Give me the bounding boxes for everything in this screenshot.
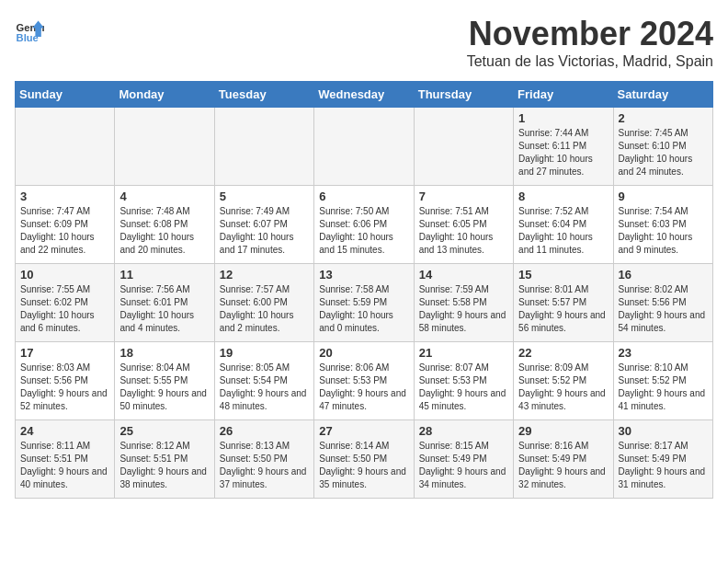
day-info: Sunrise: 8:17 AM Sunset: 5:49 PM Dayligh… [619,440,708,491]
calendar-cell: 4Sunrise: 7:48 AM Sunset: 6:08 PM Daylig… [115,186,214,264]
logo: General Blue [15,15,44,44]
calendar-cell [314,108,414,186]
calendar-cell [16,108,115,186]
day-number: 8 [518,190,608,203]
day-info: Sunrise: 8:06 AM Sunset: 5:53 PM Dayligh… [319,362,408,413]
day-number: 21 [419,346,508,360]
logo-icon: General Blue [15,15,44,44]
calendar-cell: 11Sunrise: 7:56 AM Sunset: 6:01 PM Dayli… [115,264,214,342]
calendar-cell: 18Sunrise: 8:04 AM Sunset: 5:55 PM Dayli… [115,342,214,420]
calendar-cell: 12Sunrise: 7:57 AM Sunset: 6:00 PM Dayli… [214,264,313,342]
day-number: 24 [20,424,109,438]
day-info: Sunrise: 8:04 AM Sunset: 5:55 PM Dayligh… [119,362,209,413]
day-info: Sunrise: 8:14 AM Sunset: 5:50 PM Dayligh… [319,440,408,491]
weekday-header-saturday: Saturday [613,82,712,108]
day-info: Sunrise: 8:13 AM Sunset: 5:50 PM Dayligh… [220,440,309,491]
day-info: Sunrise: 7:47 AM Sunset: 6:09 PM Dayligh… [20,205,109,257]
svg-text:Blue: Blue [17,32,39,43]
calendar-cell: 7Sunrise: 7:51 AM Sunset: 6:05 PM Daylig… [414,186,513,264]
calendar-cell: 22Sunrise: 8:09 AM Sunset: 5:52 PM Dayli… [514,342,613,420]
day-info: Sunrise: 8:01 AM Sunset: 5:57 PM Dayligh… [518,283,608,335]
day-number: 15 [518,268,608,282]
day-info: Sunrise: 8:02 AM Sunset: 5:56 PM Dayligh… [619,283,708,335]
calendar-cell: 15Sunrise: 8:01 AM Sunset: 5:57 PM Dayli… [514,264,613,342]
day-number: 9 [619,190,708,203]
day-number: 10 [20,268,109,282]
calendar-cell: 25Sunrise: 8:12 AM Sunset: 5:51 PM Dayli… [115,420,214,499]
calendar-cell: 5Sunrise: 7:49 AM Sunset: 6:07 PM Daylig… [214,186,313,264]
day-info: Sunrise: 7:45 AM Sunset: 6:10 PM Dayligh… [619,127,708,178]
calendar-cell: 14Sunrise: 7:59 AM Sunset: 5:58 PM Dayli… [414,264,513,342]
calendar-cell: 27Sunrise: 8:14 AM Sunset: 5:50 PM Dayli… [314,420,414,499]
day-number: 26 [220,424,309,438]
day-number: 22 [518,346,608,360]
calendar-cell: 20Sunrise: 8:06 AM Sunset: 5:53 PM Dayli… [314,342,414,420]
weekday-header-wednesday: Wednesday [314,82,414,108]
day-info: Sunrise: 7:58 AM Sunset: 5:59 PM Dayligh… [319,283,408,335]
day-info: Sunrise: 8:03 AM Sunset: 5:56 PM Dayligh… [20,362,109,413]
day-number: 6 [319,190,408,203]
weekday-header-thursday: Thursday [414,82,513,108]
calendar-cell: 16Sunrise: 8:02 AM Sunset: 5:56 PM Dayli… [613,264,712,342]
day-info: Sunrise: 7:54 AM Sunset: 6:03 PM Dayligh… [619,205,708,257]
calendar-cell: 13Sunrise: 7:58 AM Sunset: 5:59 PM Dayli… [314,264,414,342]
day-number: 16 [619,268,708,282]
day-number: 3 [20,190,109,203]
day-number: 20 [319,346,408,360]
day-info: Sunrise: 8:09 AM Sunset: 5:52 PM Dayligh… [518,362,608,413]
day-info: Sunrise: 7:49 AM Sunset: 6:07 PM Dayligh… [220,205,309,257]
weekday-header-sunday: Sunday [16,82,115,108]
calendar-cell: 26Sunrise: 8:13 AM Sunset: 5:50 PM Dayli… [214,420,313,499]
day-info: Sunrise: 8:15 AM Sunset: 5:49 PM Dayligh… [419,440,508,491]
day-info: Sunrise: 7:48 AM Sunset: 6:08 PM Dayligh… [119,205,209,257]
day-number: 1 [518,111,608,125]
day-info: Sunrise: 8:05 AM Sunset: 5:54 PM Dayligh… [220,362,309,413]
calendar-cell: 9Sunrise: 7:54 AM Sunset: 6:03 PM Daylig… [613,186,712,264]
day-info: Sunrise: 8:16 AM Sunset: 5:49 PM Dayligh… [518,440,608,491]
day-number: 19 [220,346,309,360]
day-info: Sunrise: 8:12 AM Sunset: 5:51 PM Dayligh… [119,440,209,491]
calendar-cell: 21Sunrise: 8:07 AM Sunset: 5:53 PM Dayli… [414,342,513,420]
calendar-cell: 19Sunrise: 8:05 AM Sunset: 5:54 PM Dayli… [214,342,313,420]
header: General Blue November 2024 Tetuan de las… [15,15,713,70]
day-number: 29 [518,424,608,438]
calendar-cell [214,108,313,186]
day-info: Sunrise: 7:50 AM Sunset: 6:06 PM Dayligh… [319,205,408,257]
calendar-cell: 1Sunrise: 7:44 AM Sunset: 6:11 PM Daylig… [514,108,613,186]
calendar-cell: 28Sunrise: 8:15 AM Sunset: 5:49 PM Dayli… [414,420,513,499]
day-info: Sunrise: 7:52 AM Sunset: 6:04 PM Dayligh… [518,205,608,257]
weekday-header-tuesday: Tuesday [214,82,313,108]
day-number: 28 [419,424,508,438]
calendar-cell: 6Sunrise: 7:50 AM Sunset: 6:06 PM Daylig… [314,186,414,264]
day-number: 11 [119,268,209,282]
day-number: 30 [619,424,708,438]
calendar-cell [414,108,513,186]
day-info: Sunrise: 8:11 AM Sunset: 5:51 PM Dayligh… [20,440,109,491]
weekday-header-friday: Friday [514,82,613,108]
calendar-cell: 30Sunrise: 8:17 AM Sunset: 5:49 PM Dayli… [613,420,712,499]
calendar-cell: 10Sunrise: 7:55 AM Sunset: 6:02 PM Dayli… [16,264,115,342]
month-title: November 2024 [467,15,713,53]
day-number: 12 [220,268,309,282]
day-number: 18 [119,346,209,360]
day-number: 23 [619,346,708,360]
day-info: Sunrise: 7:55 AM Sunset: 6:02 PM Dayligh… [20,283,109,335]
day-info: Sunrise: 7:57 AM Sunset: 6:00 PM Dayligh… [220,283,309,335]
calendar-cell: 23Sunrise: 8:10 AM Sunset: 5:52 PM Dayli… [613,342,712,420]
day-number: 2 [619,111,708,125]
calendar-cell: 29Sunrise: 8:16 AM Sunset: 5:49 PM Dayli… [514,420,613,499]
day-number: 27 [319,424,408,438]
day-info: Sunrise: 7:44 AM Sunset: 6:11 PM Dayligh… [518,127,608,178]
calendar-cell: 3Sunrise: 7:47 AM Sunset: 6:09 PM Daylig… [16,186,115,264]
day-number: 14 [419,268,508,282]
day-number: 17 [20,346,109,360]
calendar-cell [115,108,214,186]
day-number: 7 [419,190,508,203]
day-info: Sunrise: 7:51 AM Sunset: 6:05 PM Dayligh… [419,205,508,257]
day-number: 4 [119,190,209,203]
day-number: 25 [119,424,209,438]
calendar-cell: 24Sunrise: 8:11 AM Sunset: 5:51 PM Dayli… [16,420,115,499]
calendar-cell: 8Sunrise: 7:52 AM Sunset: 6:04 PM Daylig… [514,186,613,264]
day-number: 5 [220,190,309,203]
calendar-table: SundayMondayTuesdayWednesdayThursdayFrid… [15,81,713,499]
